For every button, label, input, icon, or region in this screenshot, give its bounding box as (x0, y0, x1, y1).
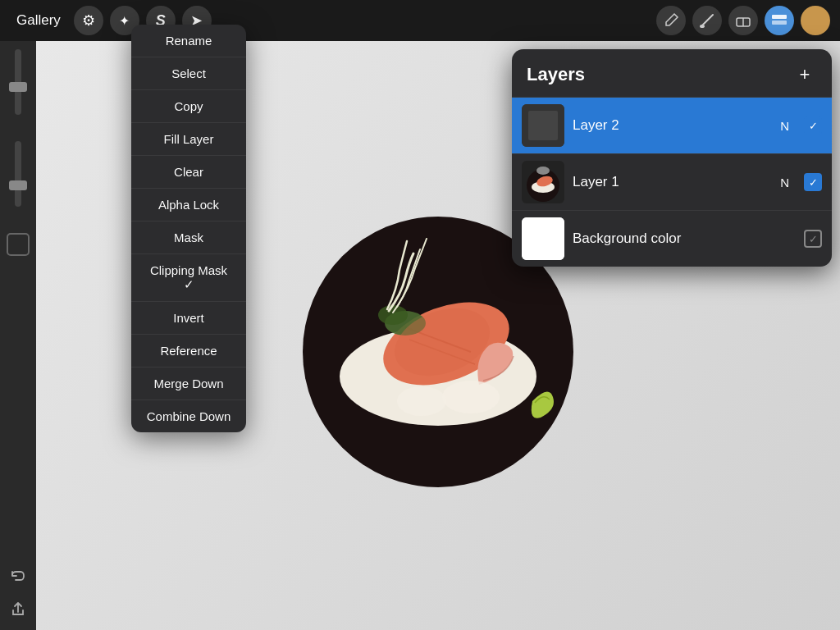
rename-label: Rename (166, 34, 212, 48)
layer-1-checkbox[interactable] (804, 173, 822, 191)
background-thumbnail (522, 217, 564, 260)
background-name: Background color (573, 231, 796, 247)
background-thumb-content (522, 217, 564, 260)
opacity-slider-thumb[interactable] (9, 180, 27, 190)
share-icon (9, 600, 27, 618)
brush-icon (698, 11, 716, 30)
svg-point-11 (378, 305, 408, 325)
svg-point-13 (397, 386, 446, 416)
layer-1-mode: N (780, 176, 789, 189)
context-menu-rename[interactable]: Rename (131, 25, 246, 57)
brush-tool-button[interactable] (692, 6, 722, 35)
user-avatar-button[interactable] (801, 6, 830, 35)
layers-header: Layers + (512, 49, 832, 97)
pencil-tool-button[interactable] (656, 6, 686, 35)
combine-down-label: Combine Down (147, 409, 231, 423)
clipping-mask-label: Clipping Mask ✓ (144, 263, 233, 292)
share-button[interactable] (5, 596, 31, 622)
layers-tool-button[interactable] (765, 6, 794, 35)
clear-label: Clear (174, 165, 203, 179)
context-menu-reference[interactable]: Reference (131, 335, 246, 368)
svg-rect-16 (528, 111, 558, 140)
layers-icon (770, 11, 788, 30)
background-checkbox[interactable] (804, 230, 822, 248)
layer-2-checkbox[interactable] (804, 116, 822, 135)
layer-2-row[interactable]: Layer 2 N (512, 97, 832, 153)
invert-label: Invert (173, 311, 204, 325)
context-menu-copy[interactable]: Copy (131, 90, 246, 123)
wrench-icon: ⚙ (82, 11, 95, 30)
square-button[interactable] (7, 233, 30, 256)
context-menu-invert[interactable]: Invert (131, 302, 246, 335)
adjustments-icon: ✦ (119, 13, 130, 29)
opacity-slider-track[interactable] (15, 141, 21, 207)
layer-2-mode: N (780, 119, 789, 133)
layers-title: Layers (527, 64, 585, 85)
mask-label: Mask (174, 231, 203, 244)
select-label: Select (171, 66, 206, 80)
context-menu-clear[interactable]: Clear (131, 156, 246, 189)
undo-button[interactable] (5, 564, 31, 591)
context-menu-clipping-mask[interactable]: Clipping Mask ✓ (131, 254, 246, 302)
svg-point-0 (700, 25, 705, 28)
layer-1-thumbnail (522, 161, 564, 203)
eraser-tool-button[interactable] (728, 6, 758, 35)
pencil-icon (662, 11, 680, 30)
left-sidebar (0, 41, 36, 630)
context-menu-alpha-lock[interactable]: Alpha Lock (131, 189, 246, 221)
layers-panel: Layers + Layer 2 N Layer 1 (512, 49, 832, 267)
opacity-slider (15, 141, 21, 207)
undo-icon (9, 568, 27, 587)
background-color-row[interactable]: Background color (512, 210, 832, 267)
add-layer-button[interactable]: + (792, 62, 817, 87)
reference-label: Reference (160, 344, 217, 358)
gallery-button[interactable]: Gallery (10, 9, 67, 32)
context-menu-mask[interactable]: Mask (131, 221, 246, 254)
layer-2-thumbnail (522, 104, 564, 147)
merge-down-label: Merge Down (153, 377, 223, 390)
eraser-icon (734, 11, 752, 30)
alpha-lock-label: Alpha Lock (158, 198, 219, 212)
brush-size-slider (15, 49, 21, 115)
context-menu-merge-down[interactable]: Merge Down (131, 368, 246, 400)
toolbar-right (656, 6, 830, 35)
svg-point-12 (442, 381, 500, 413)
size-slider-track[interactable] (15, 49, 21, 115)
context-menu-fill-layer[interactable]: Fill Layer (131, 123, 246, 156)
svg-rect-22 (522, 217, 564, 260)
svg-point-21 (536, 167, 550, 175)
fill-layer-label: Fill Layer (164, 132, 214, 146)
layer-1-name: Layer 1 (573, 174, 772, 190)
layer-1-row[interactable]: Layer 1 N (512, 153, 832, 210)
svg-rect-3 (772, 15, 787, 19)
top-toolbar: Gallery ⚙ ✦ S ➤ (0, 0, 840, 41)
svg-rect-4 (772, 21, 787, 25)
context-menu-combine-down[interactable]: Combine Down (131, 400, 246, 432)
copy-label: Copy (174, 99, 203, 113)
context-menu-select[interactable]: Select (131, 57, 246, 90)
layer-2-thumb-content (522, 104, 564, 147)
size-slider-thumb[interactable] (9, 82, 27, 92)
wrench-button[interactable]: ⚙ (74, 6, 103, 35)
layer-1-thumb-content (522, 161, 564, 203)
layer-2-name: Layer 2 (573, 117, 772, 134)
context-menu: Rename Select Copy Fill Layer Clear Alph… (131, 25, 246, 432)
